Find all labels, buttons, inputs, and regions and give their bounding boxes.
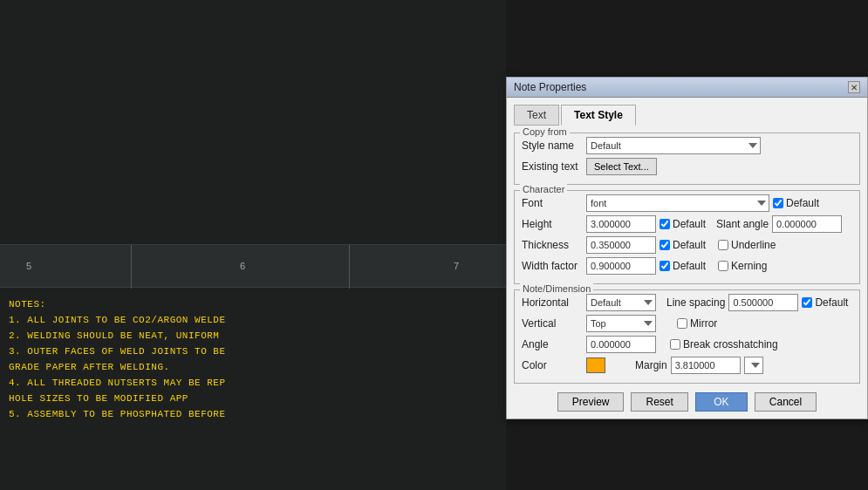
- width-factor-label: Width factor: [522, 260, 583, 272]
- kerning-group: Kerning: [718, 260, 767, 272]
- thickness-default-group: Default: [660, 239, 706, 251]
- angle-input[interactable]: [586, 336, 656, 353]
- cancel-button[interactable]: Cancel: [755, 392, 817, 412]
- note-4: 4. ALL THREADED NUTSERTS MAY BE REP: [9, 375, 226, 391]
- break-crosshatch-checkbox[interactable]: [670, 339, 680, 350]
- break-crosshatch-group: Break crosshatching: [670, 338, 778, 350]
- font-default-group: Default: [773, 197, 819, 209]
- horizontal-label: Horizontal: [522, 296, 583, 309]
- preview-button[interactable]: Preview: [557, 392, 625, 412]
- mirror-checkbox[interactable]: [677, 318, 687, 329]
- break-crosshatch-label: Break crosshatching: [683, 338, 778, 350]
- color-swatch[interactable]: [586, 357, 605, 373]
- width-default-checkbox[interactable]: [660, 261, 670, 271]
- line-spacing-input[interactable]: [728, 294, 798, 311]
- width-factor-row: Width factor Default Kerning: [522, 257, 852, 275]
- thickness-default-checkbox[interactable]: [660, 240, 670, 250]
- thickness-default-label: Default: [673, 239, 706, 251]
- ruler-number-7: 7: [454, 261, 459, 271]
- copy-from-legend: Copy from: [520, 126, 570, 137]
- select-text-button[interactable]: Select Text...: [586, 158, 657, 175]
- color-label: Color: [522, 359, 583, 371]
- style-name-label: Style name: [522, 140, 583, 152]
- vertical-label: Vertical: [522, 317, 583, 330]
- tabs: Text Text Style: [514, 105, 860, 126]
- note-properties-dialog: Note Properties ✕ Text Text Style Copy f…: [506, 77, 868, 419]
- line-spacing-default-group: Default: [802, 296, 848, 309]
- character-legend: Character: [520, 184, 567, 194]
- ok-button[interactable]: OK: [695, 392, 748, 412]
- slant-angle-label: Slant angle: [716, 218, 769, 230]
- underline-label: Underline: [731, 239, 776, 251]
- height-default-group: Default: [660, 218, 706, 230]
- dialog-buttons: Preview Reset OK Cancel: [514, 389, 860, 412]
- cad-area: 5 6 7 NOTES: 1. ALL JOINTS TO BE CO2/ARG…: [0, 0, 506, 490]
- dialog-title: Note Properties: [514, 81, 586, 93]
- vertical-select[interactable]: Top: [586, 315, 656, 332]
- height-default-checkbox[interactable]: [660, 219, 670, 229]
- slant-angle-input[interactable]: [772, 215, 842, 233]
- thickness-row: Thickness Default Underline: [522, 236, 852, 254]
- width-default-label: Default: [673, 260, 706, 272]
- line-spacing-default-checkbox[interactable]: [802, 297, 812, 308]
- cad-notes: NOTES: 1. ALL JOINTS TO BE CO2/ARGON WEL…: [9, 296, 226, 422]
- line-spacing-label: Line spacing: [666, 296, 725, 309]
- notes-title: NOTES:: [9, 296, 226, 312]
- note-4b: HOLE SIZES TO BE MODIFIED APP: [9, 391, 226, 406]
- width-default-group: Default: [660, 260, 706, 272]
- existing-text-row: Existing text Select Text...: [522, 158, 852, 175]
- width-factor-input[interactable]: [586, 257, 656, 275]
- horizontal-select[interactable]: Default: [586, 294, 656, 311]
- reset-button[interactable]: Reset: [631, 392, 687, 412]
- height-label: Height: [522, 218, 583, 230]
- font-select[interactable]: font: [586, 194, 769, 212]
- underline-group: Underline: [718, 239, 776, 251]
- mirror-group: Mirror: [677, 317, 717, 330]
- thickness-input[interactable]: [586, 236, 656, 254]
- copy-from-group: Copy from Style name Default Existing te…: [514, 133, 860, 185]
- ruler: 5 6 7: [0, 244, 506, 288]
- note-3: 3. OUTER FACES OF WELD JOINTS TO BE: [9, 344, 226, 359]
- ruler-number-6: 6: [240, 261, 245, 271]
- font-label: Font: [522, 197, 583, 209]
- kerning-label: Kerning: [731, 260, 767, 272]
- style-name-select[interactable]: Default: [586, 137, 761, 154]
- font-row: Font font Default: [522, 194, 852, 212]
- style-name-row: Style name Default: [522, 137, 852, 154]
- note-dimension-legend: Note/Dimension: [520, 283, 593, 294]
- vertical-row: Vertical Top Mirror: [522, 315, 852, 332]
- note-1: 1. ALL JOINTS TO BE CO2/ARGON WELDE: [9, 312, 226, 328]
- dialog-titlebar: Note Properties ✕: [507, 78, 867, 98]
- note-dimension-group: Note/Dimension Horizontal Default Line s…: [514, 289, 860, 384]
- angle-label: Angle: [522, 338, 583, 350]
- font-default-label: Default: [786, 197, 819, 209]
- angle-row: Angle Break crosshatching: [522, 336, 852, 353]
- height-row: Height Default Slant angle: [522, 215, 852, 233]
- existing-text-label: Existing text: [522, 160, 583, 173]
- ruler-number-5: 5: [26, 261, 31, 271]
- tab-text-style[interactable]: Text Style: [561, 105, 636, 126]
- thickness-label: Thickness: [522, 239, 583, 251]
- horizontal-row: Horizontal Default Line spacing Default: [522, 294, 852, 311]
- note-3b: GRADE PAPER AFTER WELDING.: [9, 359, 226, 375]
- note-2: 2. WELDING SHOULD BE NEAT, UNIFORM: [9, 328, 226, 344]
- kerning-checkbox[interactable]: [718, 261, 728, 271]
- height-input[interactable]: [586, 215, 656, 233]
- dialog-body: Text Text Style Copy from Style name Def…: [507, 98, 867, 419]
- height-default-label: Default: [673, 218, 706, 230]
- underline-checkbox[interactable]: [718, 240, 728, 250]
- margin-label: Margin: [635, 359, 667, 371]
- margin-unit-select[interactable]: [744, 357, 763, 374]
- font-default-checkbox[interactable]: [773, 198, 783, 208]
- mirror-label: Mirror: [690, 317, 717, 330]
- margin-input[interactable]: [671, 357, 741, 374]
- tab-text[interactable]: Text: [514, 105, 559, 126]
- color-row: Color Margin: [522, 357, 852, 374]
- character-group: Character Font font Default Height Defau…: [514, 190, 860, 284]
- line-spacing-default-label: Default: [815, 296, 848, 309]
- close-icon[interactable]: ✕: [848, 81, 860, 93]
- note-5: 5. ASSEMBLY TO BE PHOSPHATED BEFORE: [9, 406, 226, 422]
